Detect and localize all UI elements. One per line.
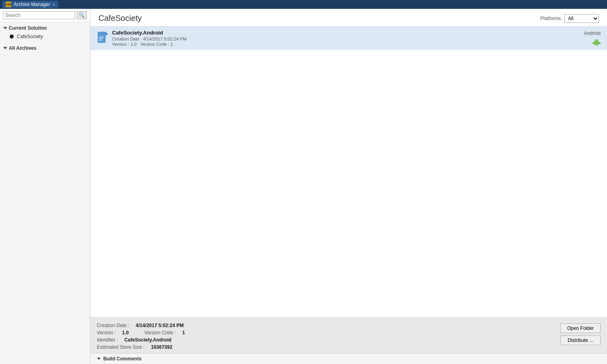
cafesociety-label: CafeSociety bbox=[17, 34, 43, 39]
archive-version: Version : 1.0 Version Code : 1 bbox=[112, 42, 584, 47]
details-identifier-label: Identifier : bbox=[97, 337, 118, 343]
current-solution-section: Current Solution CafeSociety bbox=[0, 22, 90, 42]
details-store-size-value: 16367392 bbox=[151, 344, 172, 350]
search-box: 🔍 bbox=[0, 9, 90, 22]
details-creation-date-label: Creation Date : bbox=[97, 323, 129, 328]
distribute-button[interactable]: Distribute ... bbox=[560, 336, 601, 345]
android-icon bbox=[593, 38, 601, 46]
archive-creation-date: Creation Date : 4/14/2017 5:02:24 PM bbox=[112, 37, 584, 41]
close-tab-button[interactable]: × bbox=[53, 2, 55, 7]
svg-point-9 bbox=[595, 41, 596, 41]
svg-rect-3 bbox=[99, 38, 103, 39]
build-comments-label: Build Comments bbox=[103, 356, 141, 362]
details-row-store-size: Estimated Store Size : 16367392 bbox=[97, 344, 185, 350]
archive-name: CafeSociety.Android bbox=[112, 30, 584, 36]
triangle-icon-2 bbox=[3, 47, 7, 49]
dot-icon bbox=[10, 35, 14, 39]
current-solution-label: Current Solution bbox=[9, 25, 47, 31]
svg-point-8 bbox=[595, 40, 599, 43]
build-comments-triangle bbox=[97, 358, 101, 360]
build-comments: Build Comments bbox=[90, 353, 607, 364]
platform-label: Android bbox=[584, 31, 601, 36]
details-creation-date-value: 4/14/2017 5:02:24 PM bbox=[136, 323, 184, 328]
all-archives-label: All Archives bbox=[9, 45, 37, 51]
page-title: CafeSociety bbox=[98, 14, 142, 23]
details-info: Creation Date : 4/14/2017 5:02:24 PM Ver… bbox=[97, 323, 185, 350]
triangle-icon bbox=[3, 27, 7, 29]
content-area: 🔍 Current Solution CafeSociety All Archi… bbox=[0, 9, 607, 364]
details-actions: Open Folder Distribute ... bbox=[560, 323, 601, 345]
all-archives-section: All Archives bbox=[0, 42, 90, 54]
svg-point-10 bbox=[597, 41, 598, 41]
details-version-code-label: Version Code : bbox=[144, 330, 176, 336]
details-version-code-value: 1 bbox=[182, 330, 185, 336]
app-body: 🔍 Current Solution CafeSociety All Archi… bbox=[0, 9, 607, 364]
svg-marker-1 bbox=[106, 32, 108, 35]
sidebar: 🔍 Current Solution CafeSociety All Archi… bbox=[0, 9, 90, 364]
platforms-filter: Platforms: All Android iOS bbox=[540, 14, 599, 23]
svg-rect-13 bbox=[593, 42, 594, 44]
search-input[interactable] bbox=[3, 11, 75, 19]
main-panel: CafeSociety Platforms: All Android iOS bbox=[90, 9, 607, 364]
archive-platform: Android bbox=[584, 31, 601, 46]
search-button[interactable]: 🔍 bbox=[77, 11, 87, 19]
platforms-select[interactable]: All Android iOS bbox=[564, 14, 599, 23]
svg-line-11 bbox=[595, 39, 596, 40]
svg-rect-14 bbox=[599, 42, 601, 44]
archive-manager-tab[interactable]: AM Archive Manager × bbox=[2, 1, 58, 8]
details-row-version: Version : 1.0 Version Code : 1 bbox=[97, 330, 185, 336]
title-bar: AM Archive Manager × bbox=[0, 0, 607, 9]
archive-file-icon bbox=[97, 32, 108, 45]
main-header: CafeSociety Platforms: All Android iOS bbox=[90, 9, 607, 26]
svg-rect-4 bbox=[99, 40, 102, 41]
details-row-creation-date: Creation Date : 4/14/2017 5:02:24 PM bbox=[97, 323, 185, 328]
details-row-identifier: Identifier : CafeSociety.Android bbox=[97, 337, 185, 343]
tab-icon: AM bbox=[6, 2, 11, 7]
details-version-label: Version : bbox=[97, 330, 116, 336]
tab-title: Archive Manager bbox=[14, 2, 50, 7]
details-panel: Creation Date : 4/14/2017 5:02:24 PM Ver… bbox=[90, 317, 607, 353]
open-folder-button[interactable]: Open Folder bbox=[560, 323, 601, 333]
details-identifier-value: CafeSociety.Android bbox=[125, 337, 172, 343]
svg-line-12 bbox=[598, 39, 599, 40]
archive-entry[interactable]: CafeSociety.Android Creation Date : 4/14… bbox=[90, 26, 607, 50]
svg-rect-15 bbox=[595, 45, 596, 46]
svg-rect-7 bbox=[594, 42, 599, 45]
svg-rect-2 bbox=[99, 37, 104, 37]
details-store-size-label: Estimated Store Size : bbox=[97, 344, 145, 350]
sidebar-item-cafesociety[interactable]: CafeSociety bbox=[0, 33, 90, 41]
archive-entry-info: CafeSociety.Android Creation Date : 4/14… bbox=[112, 30, 584, 47]
platforms-label: Platforms: bbox=[540, 16, 562, 21]
current-solution-header[interactable]: Current Solution bbox=[0, 24, 90, 33]
details-version-value: 1.0 bbox=[122, 330, 129, 336]
all-archives-header[interactable]: All Archives bbox=[0, 44, 90, 53]
archive-list: CafeSociety.Android Creation Date : 4/14… bbox=[90, 26, 607, 317]
svg-rect-16 bbox=[597, 45, 598, 46]
